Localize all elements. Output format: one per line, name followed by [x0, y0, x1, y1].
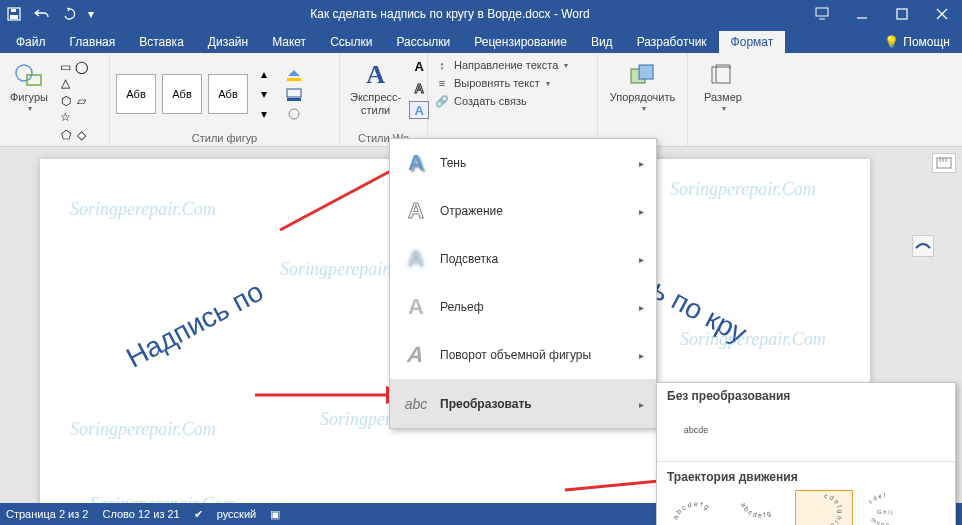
- tab-format[interactable]: Формат: [719, 31, 786, 53]
- arrange-button[interactable]: Упорядочить ▾: [606, 57, 679, 115]
- text-direction-button[interactable]: ↕Направление текста▾: [434, 57, 568, 73]
- svg-text:G h i j: G h i j: [877, 509, 893, 515]
- quick-access-toolbar: ▾: [0, 0, 98, 28]
- menu-item-reflection[interactable]: A Отражение ▸: [390, 187, 656, 235]
- svg-text:c d e f g h i a b: c d e f g h i a b: [824, 492, 844, 525]
- tab-mailings[interactable]: Рассылки: [384, 31, 462, 53]
- qat-more-button[interactable]: ▾: [84, 0, 98, 28]
- undo-button[interactable]: [28, 0, 56, 28]
- svg-rect-14: [937, 158, 951, 168]
- transform-none[interactable]: abcde: [667, 409, 725, 451]
- minimize-button[interactable]: [842, 0, 882, 28]
- transform-path-arc[interactable]: a b c d e f g: [667, 490, 725, 525]
- close-button[interactable]: [922, 0, 962, 28]
- style-preset-3[interactable]: Абв: [208, 74, 248, 114]
- watermark: Soringperepair.Com: [670, 179, 816, 200]
- text-effects-button[interactable]: A: [409, 101, 429, 119]
- menu-item-glow[interactable]: A Подсветка ▸: [390, 235, 656, 283]
- group-insert-shapes: Фигуры ▾ ▭◯△ ⬡▱☆ ⬠◇▾ Вставка фигур: [0, 53, 110, 146]
- tab-view[interactable]: Вид: [579, 31, 625, 53]
- arrange-label: Упорядочить: [610, 91, 675, 104]
- tell-me[interactable]: 💡 Помощн: [872, 31, 962, 53]
- tab-file[interactable]: Файл: [4, 31, 58, 53]
- svg-rect-9: [287, 98, 301, 101]
- layout-options-button[interactable]: [912, 235, 934, 257]
- arrange-icon: [627, 59, 659, 91]
- text-fill-button[interactable]: A: [409, 57, 429, 75]
- group-wordart-styles: A Экспресс- стили A A A Стили Wo: [340, 53, 428, 146]
- text-direction-label: Направление текста: [454, 59, 558, 71]
- chevron-right-icon: ▸: [639, 254, 644, 265]
- redo-button[interactable]: [56, 0, 84, 28]
- group-shape-styles: Абв Абв Абв ▴ ▾ ▾ Стили фигур: [110, 53, 340, 146]
- shapes-icon: [13, 59, 45, 91]
- tell-me-label: Помощн: [903, 35, 950, 49]
- chevron-down-icon: ▾: [28, 104, 32, 113]
- style-preset-1[interactable]: Абв: [116, 74, 156, 114]
- shape-outline-button[interactable]: [284, 85, 304, 103]
- align-text-button[interactable]: ≡Выровнять текст▾: [434, 75, 568, 91]
- status-language[interactable]: русский: [217, 508, 256, 520]
- ruler-toggle-button[interactable]: [932, 153, 956, 173]
- menu-label: Подсветка: [440, 252, 629, 266]
- svg-rect-2: [11, 9, 16, 12]
- tab-insert[interactable]: Вставка: [127, 31, 196, 53]
- style-preset-2[interactable]: Абв: [162, 74, 202, 114]
- menu-item-3d-rotation[interactable]: A Поворот объемной фигуры ▸: [390, 331, 656, 379]
- ribbon: Фигуры ▾ ▭◯△ ⬡▱☆ ⬠◇▾ Вставка фигур Абв А…: [0, 53, 962, 147]
- chevron-right-icon: ▸: [639, 350, 644, 361]
- window-title: Как сделать надпись по кругу в Ворде.doc…: [98, 7, 802, 21]
- status-spellcheck-icon[interactable]: ✔: [194, 508, 203, 521]
- menu-item-transform[interactable]: abc Преобразовать ▸: [390, 380, 656, 428]
- svg-rect-13: [716, 67, 730, 83]
- shapes-label: Фигуры: [10, 91, 48, 104]
- shape-effects-button[interactable]: [284, 105, 304, 123]
- svg-rect-1: [10, 15, 18, 19]
- text-outline-button[interactable]: A: [409, 79, 429, 97]
- svg-text:m n o p: m n o p: [870, 516, 890, 525]
- transform-path-button[interactable]: c d e fG h i jm n o p: [859, 490, 917, 525]
- tab-layout[interactable]: Макет: [260, 31, 318, 53]
- window-controls: [802, 0, 962, 28]
- text-direction-icon: ↕: [434, 57, 450, 73]
- gallery-down-icon[interactable]: ▾: [254, 85, 274, 103]
- tab-design[interactable]: Дизайн: [196, 31, 260, 53]
- menu-item-bevel[interactable]: A Рельеф ▸: [390, 283, 656, 331]
- maximize-button[interactable]: [882, 0, 922, 28]
- wordart-left[interactable]: Надпись по: [121, 276, 269, 375]
- shape-fill-button[interactable]: [284, 65, 304, 83]
- svg-rect-12: [639, 65, 653, 79]
- shapes-button[interactable]: Фигуры ▾: [6, 57, 52, 115]
- status-words[interactable]: Слово 12 из 21: [102, 508, 179, 520]
- tab-home[interactable]: Главная: [58, 31, 128, 53]
- transform-path-arc-down[interactable]: a b c d e f g: [731, 490, 789, 525]
- titlebar: ▾ Как сделать надпись по кругу в Ворде.d…: [0, 0, 962, 28]
- transform-path-circle[interactable]: c d e f g h i a b: [795, 490, 853, 525]
- shape-style-gallery[interactable]: Абв Абв Абв ▴ ▾ ▾: [116, 65, 274, 123]
- size-label: Размер: [704, 91, 742, 104]
- shadow-a-icon: A: [402, 149, 430, 177]
- status-macro-icon[interactable]: ▣: [270, 508, 280, 521]
- gallery-more-icon[interactable]: ▾: [254, 105, 274, 123]
- chevron-right-icon: ▸: [639, 206, 644, 217]
- watermark: Soringperepair.Com: [70, 419, 216, 440]
- tab-review[interactable]: Рецензирование: [462, 31, 579, 53]
- menu-label: Преобразовать: [440, 397, 629, 411]
- save-button[interactable]: [0, 0, 28, 28]
- menu-item-shadow[interactable]: A Тень ▸: [390, 139, 656, 187]
- status-page[interactable]: Страница 2 из 2: [6, 508, 88, 520]
- tab-developer[interactable]: Разработчик: [625, 31, 719, 53]
- chevron-right-icon: ▸: [639, 302, 644, 313]
- create-link-label: Создать связь: [454, 95, 527, 107]
- create-link-button[interactable]: 🔗Создать связь: [434, 93, 568, 109]
- express-styles-button[interactable]: A Экспресс- стили: [346, 57, 405, 119]
- gallery-up-icon[interactable]: ▴: [254, 65, 274, 83]
- bevel-a-icon: A: [402, 293, 430, 321]
- svg-text:a b c d e f g: a b c d e f g: [671, 500, 710, 520]
- shape-mini-grid[interactable]: ▭◯△ ⬡▱☆ ⬠◇▾: [56, 57, 103, 161]
- svg-point-5: [16, 65, 32, 81]
- size-button[interactable]: Размер ▾: [700, 57, 746, 115]
- tab-references[interactable]: Ссылки: [318, 31, 384, 53]
- express-styles-label: Экспресс- стили: [350, 91, 401, 117]
- ribbon-options-button[interactable]: [802, 0, 842, 28]
